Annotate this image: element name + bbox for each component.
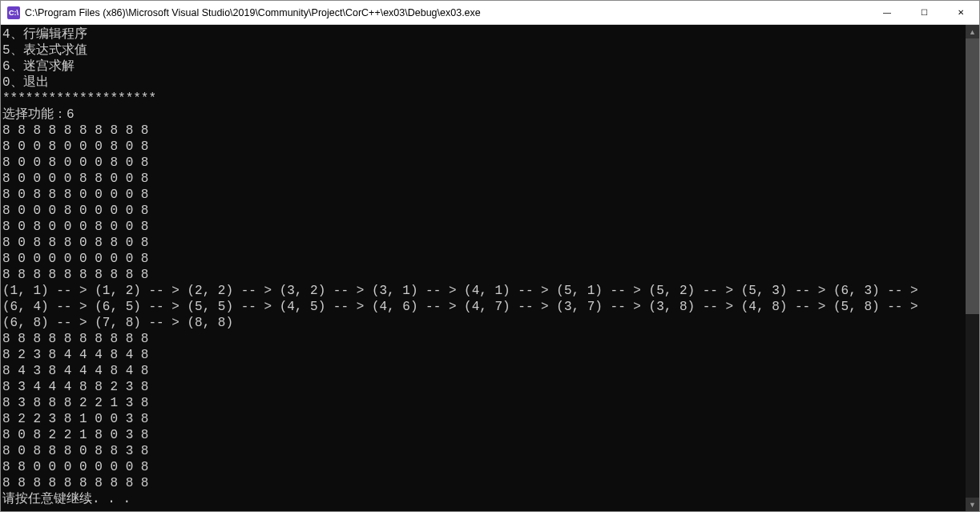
window-frame: C:\ C:\Program Files (x86)\Microsoft Vis… [0, 0, 980, 512]
scroll-thumb[interactable] [966, 38, 979, 314]
maximize-button[interactable]: ☐ [905, 1, 942, 24]
window-controls: — ☐ ✕ [869, 1, 979, 24]
console-output[interactable]: 4、行编辑程序 5、表达式求值 6、迷宫求解 0、退出 ************… [1, 25, 966, 511]
titlebar[interactable]: C:\ C:\Program Files (x86)\Microsoft Vis… [1, 1, 979, 25]
scroll-track[interactable] [966, 38, 979, 498]
console-app-icon: C:\ [7, 6, 20, 19]
scroll-down-icon[interactable]: ▼ [966, 498, 979, 511]
console-client-area: 4、行编辑程序 5、表达式求值 6、迷宫求解 0、退出 ************… [1, 25, 979, 511]
close-button[interactable]: ✕ [942, 1, 979, 24]
minimize-button[interactable]: — [869, 1, 905, 24]
window-title: C:\Program Files (x86)\Microsoft Visual … [25, 7, 869, 18]
scroll-up-icon[interactable]: ▲ [966, 25, 979, 38]
vertical-scrollbar[interactable]: ▲ ▼ [966, 25, 979, 511]
